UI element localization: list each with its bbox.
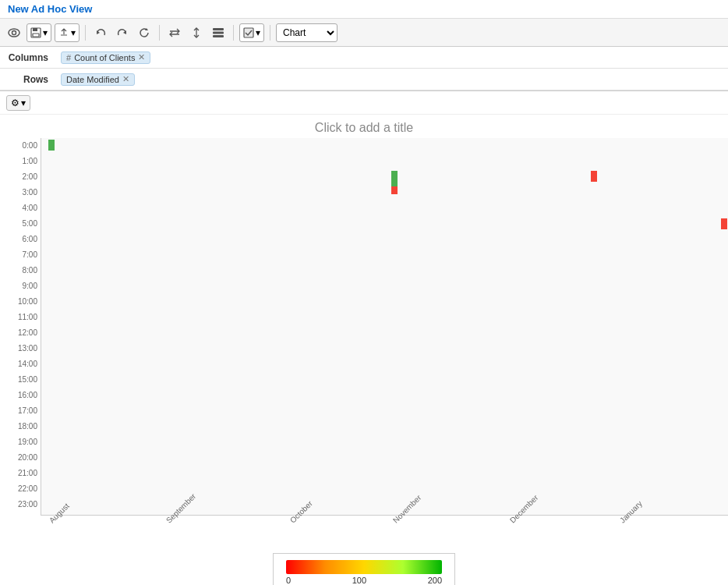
y-label: 16:00 [0, 391, 37, 406]
x-axis-area: AugustSeptemberOctoberNovemberDecemberJa… [41, 516, 728, 547]
y-label: 19:00 [0, 438, 37, 453]
y-label: 9:00 [0, 282, 37, 297]
y-label: 5:00 [0, 219, 37, 235]
divider4 [270, 25, 270, 41]
fields-area: Columns # Count of Clients ✕ Rows Date M… [0, 47, 728, 91]
check-button[interactable]: ▾ [239, 23, 264, 42]
count-of-clients-tag[interactable]: # Count of Clients ✕ [61, 51, 150, 64]
legend-area: 0 100 200 [0, 547, 728, 585]
y-label: 0:00 [0, 141, 37, 157]
y-label: 3:00 [0, 188, 37, 204]
legend-box: 0 100 200 [273, 553, 455, 585]
legend-max: 200 [428, 576, 442, 585]
y-label: 13:00 [0, 344, 37, 360]
svg-point-1 [12, 30, 16, 34]
chart-title[interactable]: Click to add a title [0, 115, 728, 138]
date-modified-tag[interactable]: Date Modified ✕ [61, 73, 135, 86]
y-label: 12:00 [0, 328, 37, 344]
y-label: 10:00 [0, 297, 37, 313]
chart-area: ⚙ ▾ Click to add a title 0:001:002:003:0… [0, 91, 728, 585]
y-axis: 0:001:002:003:004:005:006:007:008:009:00… [0, 138, 41, 516]
y-label: 23:00 [0, 500, 37, 516]
divider2 [159, 25, 160, 41]
redo-button[interactable] [113, 23, 132, 42]
y-label: 6:00 [0, 235, 37, 250]
columns-row: Columns # Count of Clients ✕ [0, 47, 728, 69]
gear-chevron-icon: ▾ [21, 98, 26, 108]
svg-rect-10 [213, 35, 224, 37]
gear-row: ⚙ ▾ [0, 91, 728, 115]
chevron-down-icon: ▾ [43, 27, 48, 38]
refresh-button[interactable] [135, 23, 154, 42]
gear-button[interactable]: ⚙ ▾ [6, 95, 30, 111]
columns-tags: # Count of Clients ✕ [56, 49, 728, 66]
rows-tags: Date Modified ✕ [56, 71, 728, 88]
chart-type-select[interactable]: Chart Table Crosstab [276, 23, 337, 42]
rows-label: Rows [0, 74, 56, 85]
rows-button[interactable] [209, 23, 228, 42]
gear-icon: ⚙ [11, 98, 19, 108]
rows-row: Rows Date Modified ✕ [0, 69, 728, 90]
divider1 [85, 25, 86, 41]
chart-bar [721, 218, 727, 229]
legend-mid: 100 [352, 576, 366, 585]
y-label: 17:00 [0, 406, 37, 422]
y-label: 20:00 [0, 453, 37, 469]
y-label: 4:00 [0, 204, 37, 219]
y-label: 11:00 [0, 313, 37, 328]
sort-button[interactable] [187, 23, 206, 42]
y-label: 7:00 [0, 250, 37, 266]
legend-min: 0 [286, 576, 291, 585]
svg-rect-3 [33, 28, 37, 31]
remove-tag-button[interactable]: ✕ [138, 53, 145, 62]
chart-bar [48, 140, 55, 151]
export-button[interactable]: ▾ [55, 23, 80, 42]
tag-label2: Date Modified [66, 75, 119, 84]
toolbar: ▾ ▾ [0, 19, 728, 47]
chevron-down-icon3: ▾ [256, 27, 260, 38]
divider3 [233, 25, 234, 41]
hash-icon: # [66, 53, 71, 62]
chart-wrapper: 0:001:002:003:004:005:006:007:008:009:00… [0, 138, 728, 516]
svg-rect-8 [213, 28, 224, 30]
gradient-bar [286, 560, 442, 574]
svg-point-0 [9, 29, 19, 37]
y-label: 8:00 [0, 266, 37, 282]
y-label: 21:00 [0, 469, 37, 484]
save-button[interactable]: ▾ [27, 23, 51, 42]
remove-rows-tag-button[interactable]: ✕ [122, 75, 129, 83]
y-label: 15:00 [0, 375, 37, 391]
svg-rect-9 [213, 31, 224, 34]
y-label: 22:00 [0, 484, 37, 500]
chart-plot [41, 138, 728, 516]
eye-icon-button[interactable] [5, 23, 23, 42]
chart-bar [591, 171, 597, 182]
undo-button[interactable] [91, 23, 110, 42]
svg-rect-11 [244, 28, 253, 37]
tag-label: Count of Clients [74, 53, 135, 62]
y-label: 14:00 [0, 360, 37, 375]
switch-view-button[interactable] [165, 23, 184, 42]
y-label: 2:00 [0, 172, 37, 188]
legend-labels: 0 100 200 [286, 576, 442, 585]
y-label: 18:00 [0, 422, 37, 438]
chart-bar [391, 186, 398, 194]
y-label: 1:00 [0, 157, 37, 172]
chevron-down-icon2: ▾ [71, 27, 76, 38]
columns-label: Columns [0, 52, 56, 63]
svg-rect-4 [33, 34, 39, 37]
app-title: New Ad Hoc View [0, 0, 728, 19]
